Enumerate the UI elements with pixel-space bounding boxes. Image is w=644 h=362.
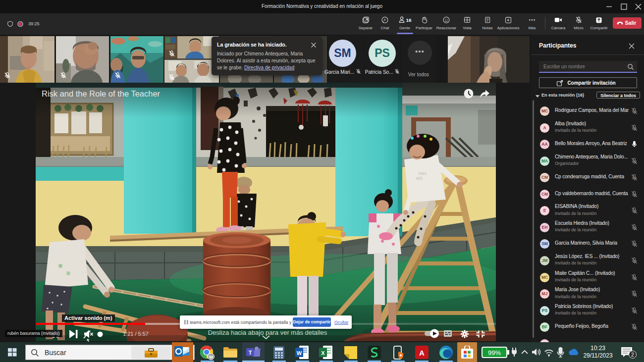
svg-text:W: W	[297, 350, 302, 356]
svg-text:T: T	[249, 350, 252, 356]
svg-text:TH21: TH21	[418, 172, 427, 175]
svg-text:M: M	[209, 355, 213, 360]
svg-text:a(1): a(1)	[416, 176, 422, 180]
svg-text:2: 2	[631, 352, 634, 358]
svg-text:X: X	[321, 350, 325, 356]
svg-text:A: A	[419, 349, 425, 357]
svg-text:99%: 99%	[488, 349, 501, 357]
